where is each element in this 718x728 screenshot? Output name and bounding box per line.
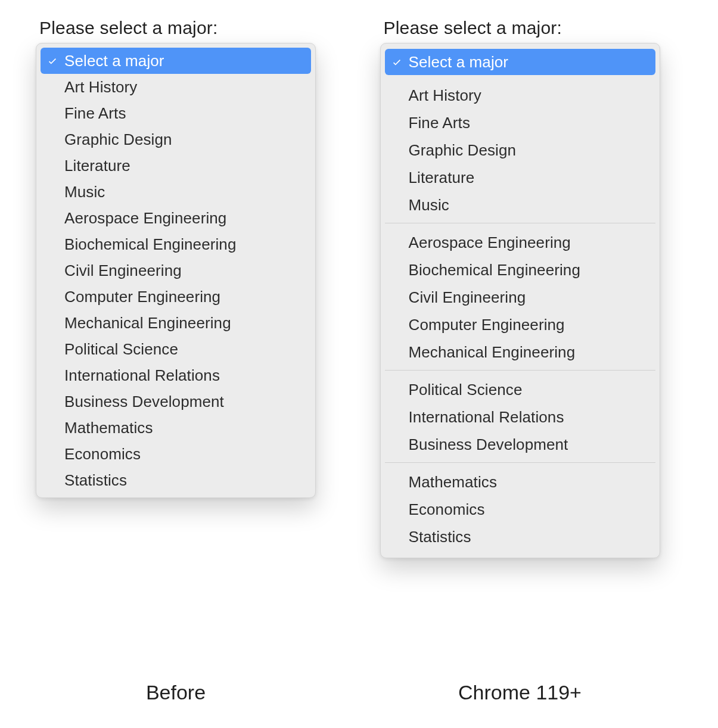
checkmark-icon (385, 439, 409, 450)
option-item[interactable]: Mathematics (41, 415, 311, 441)
checkmark-icon (41, 370, 64, 381)
option-item[interactable]: Economics (41, 441, 311, 467)
option-label: Literature (64, 157, 130, 175)
option-label: Fine Arts (409, 114, 471, 132)
option-label: Mechanical Engineering (409, 343, 576, 362)
checkmark-icon (385, 172, 409, 183)
option-item[interactable]: Civil Engineering (385, 284, 655, 310)
option-item[interactable]: Music (385, 192, 655, 218)
option-group: Art HistoryFine ArtsGraphic DesignLitera… (385, 79, 655, 222)
option-label: Business Development (409, 435, 568, 454)
option-item[interactable]: Fine Arts (385, 110, 655, 136)
checkmark-icon (41, 82, 64, 92)
option-label: Art History (409, 86, 481, 105)
checkmark-icon (41, 318, 64, 328)
option-label: Art History (64, 78, 137, 97)
option-item[interactable]: Business Development (41, 388, 311, 415)
option-item[interactable]: Literature (385, 164, 655, 191)
option-label: International Relations (409, 408, 564, 427)
checkmark-icon (41, 396, 64, 407)
option-item[interactable]: Graphic Design (41, 126, 311, 153)
option-label: Aerospace Engineering (64, 209, 226, 228)
checkmark-icon (385, 200, 409, 210)
option-label: Civil Engineering (64, 262, 182, 280)
checkmark-icon (41, 422, 64, 433)
option-label: Economics (409, 500, 485, 519)
option-label: Music (409, 196, 449, 214)
option-item[interactable]: Mathematics (385, 469, 655, 495)
option-label: Political Science (409, 381, 523, 399)
option-label: Music (64, 183, 105, 201)
checkmark-icon (385, 504, 409, 515)
option-label: Literature (409, 169, 475, 187)
option-item[interactable]: International Relations (385, 404, 655, 430)
option-item[interactable]: Statistics (385, 524, 655, 550)
checkmark-icon (385, 292, 409, 303)
checkmark-icon (41, 344, 64, 354)
checkmark-icon (385, 117, 409, 128)
prompt-label: Please select a major: (39, 18, 338, 38)
option-item[interactable]: Aerospace Engineering (41, 205, 311, 231)
checkmark-icon (41, 239, 64, 250)
option-item[interactable]: International Relations (41, 362, 311, 388)
option-label: International Relations (64, 366, 220, 385)
option-item[interactable]: Civil Engineering (41, 257, 311, 284)
checkmark-icon (385, 265, 409, 275)
checkmark-icon (385, 90, 409, 101)
option-label: Computer Engineering (409, 316, 565, 334)
option-label: Graphic Design (409, 141, 517, 160)
option-item[interactable]: Political Science (385, 377, 655, 403)
checkmark-icon (41, 475, 64, 486)
option-group: Political ScienceInternational Relations… (385, 370, 655, 461)
checkmark-icon (41, 213, 64, 223)
option-item[interactable]: Fine Arts (41, 100, 311, 126)
prompt-label: Please select a major: (384, 18, 683, 38)
checkmark-icon (41, 291, 64, 302)
select-popup-before[interactable]: Select a major Art HistoryFine ArtsGraph… (36, 43, 316, 498)
option-item[interactable]: Mechanical Engineering (385, 339, 655, 365)
checkmark-icon (41, 186, 64, 197)
option-item[interactable]: Political Science (41, 336, 311, 362)
checkmark-icon (385, 531, 409, 542)
option-label: Civil Engineering (409, 288, 526, 307)
option-item[interactable]: Computer Engineering (385, 312, 655, 338)
option-label: Statistics (409, 528, 471, 546)
option-placeholder[interactable]: Select a major (41, 48, 311, 74)
select-popup-after[interactable]: Select a major Art HistoryFine ArtsGraph… (380, 43, 660, 558)
option-label: Graphic Design (64, 130, 172, 149)
option-item[interactable]: Economics (385, 496, 655, 522)
option-group: Aerospace EngineeringBiochemical Enginee… (385, 223, 655, 369)
option-item[interactable]: Statistics (41, 467, 311, 493)
checkmark-icon (385, 347, 409, 357)
option-item[interactable]: Mechanical Engineering (41, 310, 311, 336)
option-item[interactable]: Art History (41, 74, 311, 100)
checkmark-icon (385, 57, 409, 67)
option-label: Biochemical Engineering (64, 235, 236, 254)
option-label: Statistics (64, 471, 127, 490)
option-label: Select a major (64, 52, 164, 70)
option-item[interactable]: Art History (385, 82, 655, 108)
option-item[interactable]: Aerospace Engineering (385, 229, 655, 256)
before-column: Please select a major: Select a major Ar… (36, 18, 338, 728)
option-label: Business Development (64, 393, 224, 411)
option-item[interactable]: Graphic Design (385, 137, 655, 163)
option-item[interactable]: Literature (41, 153, 311, 179)
option-label: Aerospace Engineering (409, 234, 571, 252)
caption-before: Before (36, 681, 316, 704)
checkmark-icon (385, 145, 409, 155)
option-label: Mechanical Engineering (64, 314, 231, 332)
option-item[interactable]: Business Development (385, 431, 655, 458)
checkmark-icon (41, 134, 64, 145)
option-item[interactable]: Music (41, 179, 311, 205)
option-item[interactable]: Computer Engineering (41, 284, 311, 310)
checkmark-icon (41, 265, 64, 276)
option-item[interactable]: Biochemical Engineering (385, 257, 655, 283)
option-placeholder[interactable]: Select a major (385, 49, 655, 75)
checkmark-icon (41, 449, 64, 459)
checkmark-icon (385, 477, 409, 487)
checkmark-icon (41, 55, 64, 66)
option-label: Select a major (409, 53, 509, 71)
option-label: Mathematics (409, 473, 497, 491)
checkmark-icon (385, 412, 409, 422)
option-item[interactable]: Biochemical Engineering (41, 231, 311, 257)
